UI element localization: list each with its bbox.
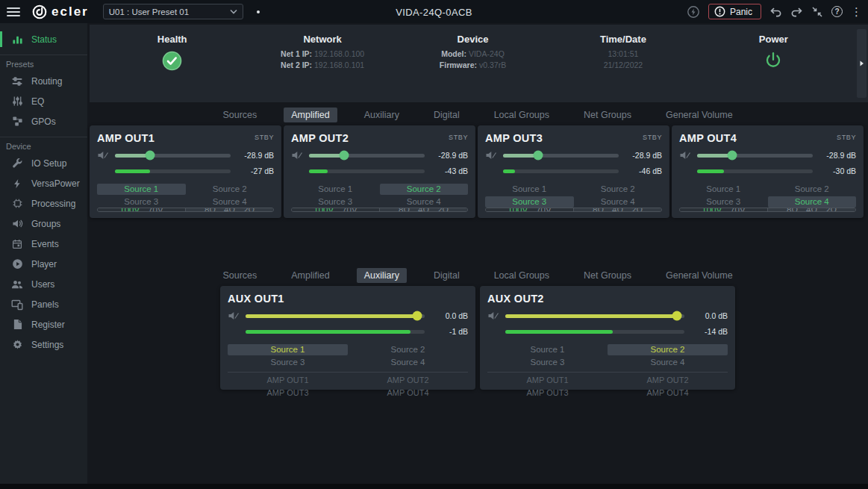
mute-icon[interactable] bbox=[485, 149, 497, 161]
source-button-source-3[interactable]: Source 3 bbox=[679, 196, 768, 208]
amp-out-option-amp-out2[interactable]: AMP OUT2 bbox=[608, 375, 728, 386]
sidebar-item-io-setup[interactable]: IO Setup bbox=[0, 153, 87, 173]
volume-slider[interactable] bbox=[505, 314, 684, 318]
source-button-source-1[interactable]: Source 1 bbox=[485, 184, 574, 195]
slider-knob[interactable] bbox=[727, 151, 737, 161]
volume-slider[interactable] bbox=[503, 154, 619, 158]
impedance-segment[interactable]: 8Ω4Ω2Ω bbox=[186, 208, 273, 211]
tab-amplified[interactable]: Amplified bbox=[284, 268, 337, 283]
sidebar-item-panels[interactable]: Panels bbox=[0, 294, 87, 314]
collapse-arrows-icon[interactable] bbox=[811, 6, 823, 18]
source-button-source-4[interactable]: Source 4 bbox=[380, 196, 469, 208]
source-button-source-4[interactable]: Source 4 bbox=[768, 196, 857, 208]
panel-next-button[interactable] bbox=[857, 29, 867, 98]
source-button-source-2[interactable]: Source 2 bbox=[768, 184, 857, 195]
voltage-option[interactable]: 70V bbox=[148, 208, 163, 212]
impedance-option[interactable]: 4Ω bbox=[612, 208, 623, 212]
amp-out-option-amp-out2[interactable]: AMP OUT2 bbox=[348, 375, 468, 386]
tab-amplified[interactable]: Amplified bbox=[284, 108, 337, 122]
tab-sources[interactable]: Sources bbox=[215, 108, 264, 122]
slider-knob[interactable] bbox=[413, 311, 422, 321]
source-button-source-2[interactable]: Source 2 bbox=[574, 184, 663, 195]
amp-out-option-amp-out1[interactable]: AMP OUT1 bbox=[228, 375, 348, 386]
amp-out-option-amp-out4[interactable]: AMP OUT4 bbox=[348, 387, 468, 399]
tab-local-groups[interactable]: Local Groups bbox=[487, 108, 557, 122]
sidebar-item-groups[interactable]: Groups bbox=[0, 214, 87, 234]
help-icon[interactable]: ? bbox=[831, 6, 843, 17]
source-button-source-2[interactable]: Source 2 bbox=[186, 184, 275, 195]
hamburger-menu-icon[interactable] bbox=[6, 4, 21, 19]
source-button-source-1[interactable]: Source 1 bbox=[97, 184, 186, 195]
sidebar-item-routing[interactable]: Routing bbox=[0, 71, 87, 91]
volume-slider[interactable] bbox=[246, 314, 425, 318]
impedance-option[interactable]: 2Ω bbox=[825, 208, 837, 212]
source-button-source-1[interactable]: Source 1 bbox=[487, 344, 608, 355]
tab-sources[interactable]: Sources bbox=[215, 268, 264, 283]
source-button-source-4[interactable]: Source 4 bbox=[574, 196, 663, 208]
sidebar-item-versapower[interactable]: VersaPower bbox=[0, 173, 87, 193]
source-button-source-1[interactable]: Source 1 bbox=[291, 184, 380, 195]
voltage-option[interactable]: 100V bbox=[119, 208, 140, 212]
source-button-source-2[interactable]: Source 2 bbox=[608, 344, 728, 355]
panic-button[interactable]: Panic bbox=[708, 4, 761, 19]
amp-out-option-amp-out3[interactable]: AMP OUT3 bbox=[487, 387, 608, 399]
amp-out-option-amp-out4[interactable]: AMP OUT4 bbox=[608, 387, 728, 399]
voltage-option[interactable]: 70V bbox=[536, 208, 551, 212]
sidebar-item-register[interactable]: Register bbox=[0, 314, 87, 334]
impedance-segment[interactable]: 8Ω4Ω2Ω bbox=[574, 208, 661, 211]
source-button-source-3[interactable]: Source 3 bbox=[291, 196, 380, 208]
voltage-option[interactable]: 70V bbox=[342, 208, 357, 212]
tab-local-groups[interactable]: Local Groups bbox=[487, 268, 557, 283]
undo-icon[interactable] bbox=[769, 7, 782, 17]
mute-icon[interactable] bbox=[97, 149, 109, 161]
impedance-segment[interactable]: 8Ω4Ω2Ω bbox=[380, 208, 467, 211]
sidebar-item-status[interactable]: Status bbox=[0, 29, 87, 49]
voltage-option[interactable]: 70V bbox=[730, 208, 745, 212]
volume-slider[interactable] bbox=[697, 154, 813, 158]
source-button-source-2[interactable]: Source 2 bbox=[380, 184, 469, 195]
tab-digital[interactable]: Digital bbox=[426, 108, 467, 122]
sidebar-item-gpos[interactable]: GPOs bbox=[0, 111, 87, 131]
tab-digital[interactable]: Digital bbox=[426, 268, 467, 283]
impedance-option[interactable]: 8Ω bbox=[593, 208, 604, 212]
source-button-source-4[interactable]: Source 4 bbox=[348, 357, 468, 368]
slider-knob[interactable] bbox=[339, 151, 349, 161]
volume-slider[interactable] bbox=[115, 154, 231, 158]
source-button-source-3[interactable]: Source 3 bbox=[97, 196, 186, 208]
impedance-segment[interactable]: 8Ω4Ω2Ω bbox=[768, 208, 855, 211]
impedance-option[interactable]: 4Ω bbox=[806, 208, 817, 212]
tab-auxiliary[interactable]: Auxiliary bbox=[357, 268, 407, 283]
sidebar-item-eq[interactable]: EQ bbox=[0, 91, 87, 111]
sidebar-item-events[interactable]: Events bbox=[0, 234, 87, 254]
sidebar-item-player[interactable]: Player bbox=[0, 254, 87, 274]
amp-out-option-amp-out1[interactable]: AMP OUT1 bbox=[487, 375, 608, 386]
source-button-source-3[interactable]: Source 3 bbox=[487, 357, 608, 368]
redo-icon[interactable] bbox=[790, 7, 803, 17]
impedance-option[interactable]: 2Ω bbox=[243, 208, 255, 212]
source-button-source-1[interactable]: Source 1 bbox=[679, 184, 768, 195]
voltage-segment[interactable]: 100V70V bbox=[98, 208, 186, 211]
voltage-option[interactable]: 100V bbox=[508, 208, 528, 212]
impedance-option[interactable]: 2Ω bbox=[437, 208, 449, 212]
volume-slider[interactable] bbox=[309, 154, 425, 158]
tab-auxiliary[interactable]: Auxiliary bbox=[357, 108, 407, 122]
mute-icon[interactable] bbox=[679, 149, 691, 161]
kebab-menu-icon[interactable]: ⋮ bbox=[851, 6, 862, 17]
source-button-source-2[interactable]: Source 2 bbox=[348, 344, 468, 355]
slider-knob[interactable] bbox=[145, 151, 154, 161]
mute-icon[interactable] bbox=[228, 310, 240, 322]
impedance-option[interactable]: 8Ω bbox=[787, 208, 798, 212]
source-button-source-4[interactable]: Source 4 bbox=[186, 196, 275, 208]
slider-knob[interactable] bbox=[672, 311, 682, 321]
source-button-source-3[interactable]: Source 3 bbox=[485, 196, 574, 208]
slider-knob[interactable] bbox=[533, 151, 543, 161]
tab-net-groups[interactable]: Net Groups bbox=[576, 268, 639, 283]
tab-general-volume[interactable]: General Volume bbox=[658, 268, 740, 283]
sidebar-item-processing[interactable]: Processing bbox=[0, 193, 87, 214]
voltage-segment[interactable]: 100V70V bbox=[292, 208, 380, 211]
sidebar-item-settings[interactable]: Settings bbox=[0, 334, 87, 355]
impedance-option[interactable]: 4Ω bbox=[224, 208, 235, 212]
voltage-segment[interactable]: 100V70V bbox=[680, 208, 768, 211]
tab-net-groups[interactable]: Net Groups bbox=[576, 108, 639, 122]
mute-icon[interactable] bbox=[291, 149, 303, 161]
